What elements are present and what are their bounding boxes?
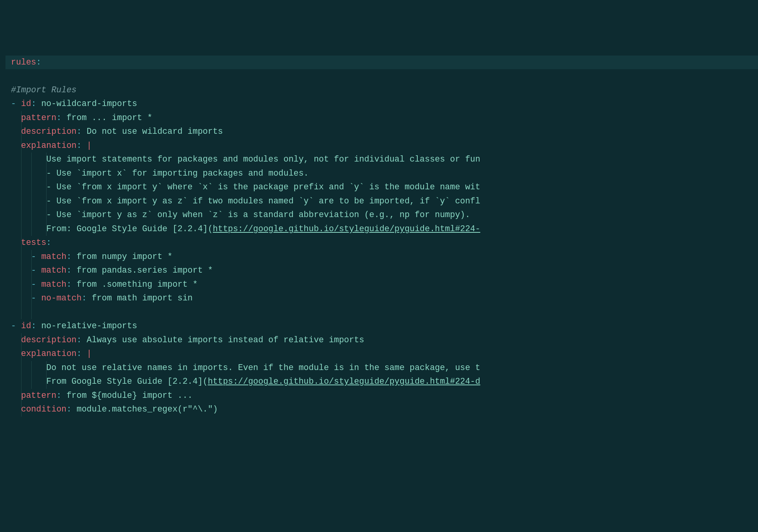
code-token: from pandas.series import * [77, 266, 213, 275]
indent-guide [21, 180, 22, 194]
code-editor[interactable]: rules: #Import Rules- id: no-wildcard-im… [0, 56, 758, 417]
code-line[interactable]: tests: [5, 236, 758, 250]
code-token: : [56, 391, 66, 400]
code-line[interactable]: condition: module.matches_regex(r"^\.") [5, 403, 758, 417]
code-token: - Use `import x` for importing packages … [46, 169, 309, 178]
code-token: - [31, 252, 41, 261]
indent-guide [31, 180, 32, 194]
code-token: pattern [21, 113, 56, 122]
code-line[interactable]: description: Always use absolute imports… [5, 333, 758, 347]
code-token: no-match [41, 293, 81, 303]
code-token: from .something import * [77, 280, 198, 289]
code-token: from numpy import * [77, 252, 172, 261]
code-line[interactable] [5, 306, 758, 320]
indent-guide [21, 361, 22, 375]
code-token: from math import sin [92, 293, 192, 303]
code-token: : [56, 113, 66, 122]
code-token: : [82, 293, 92, 303]
code-line[interactable]: Do not use relative names in imports. Ev… [5, 361, 758, 375]
code-token: - Use `from x import y` where `x` is the… [46, 182, 480, 192]
code-token: : [31, 99, 41, 108]
code-token: match [41, 280, 66, 289]
indent-guide [21, 375, 22, 389]
indent-guide [21, 167, 22, 181]
indent-guide [31, 167, 32, 181]
indent-guide [21, 208, 22, 222]
code-line[interactable]: - Use `from x import y` where `x` is the… [5, 180, 758, 194]
code-line[interactable]: description: Do not use wildcard imports [5, 125, 758, 139]
code-line[interactable]: explanation: | [5, 347, 758, 361]
indent-guide [21, 153, 22, 167]
code-line[interactable]: - Use `import x` for importing packages … [5, 167, 758, 181]
code-token: - [11, 321, 21, 331]
code-token: explanation [21, 349, 77, 358]
code-token: : [36, 58, 41, 67]
code-token: match [41, 266, 66, 275]
code-token: tests [21, 238, 47, 247]
code-token: Do not use relative names in imports. Ev… [46, 363, 480, 372]
code-token: no-wildcard-imports [41, 99, 137, 108]
code-line[interactable]: rules: [5, 56, 758, 70]
code-token: explanation [21, 141, 77, 150]
code-token: : [77, 335, 87, 345]
code-token: id [21, 321, 31, 331]
code-token: no-relative-imports [41, 321, 137, 331]
code-line[interactable]: pattern: from ... import * [5, 111, 758, 125]
code-token: : [31, 321, 41, 331]
code-token: : [77, 141, 87, 150]
indent-guide [31, 194, 32, 208]
code-token: module.matches_regex(r"^\.") [77, 404, 218, 414]
code-line[interactable]: #Import Rules [5, 83, 758, 97]
code-line[interactable]: From: Google Style Guide [2.2.4](https:/… [5, 222, 758, 236]
code-token: - [31, 266, 41, 275]
code-line[interactable]: - match: from numpy import * [5, 250, 758, 264]
code-token: #Import Rules [11, 85, 77, 95]
code-line[interactable]: - no-match: from math import sin [5, 291, 758, 306]
code-token: Do not use wildcard imports [87, 127, 223, 136]
indent-guide [21, 250, 22, 264]
code-token: : [66, 252, 77, 261]
indent-guide [21, 264, 22, 278]
code-line[interactable]: - Use `import y as z` only when `z` is a… [5, 208, 758, 222]
code-token: : [66, 280, 77, 289]
indent-guide [21, 291, 22, 306]
code-token: - Use `from x import y as z` if two modu… [46, 196, 480, 206]
code-token: https://google.github.io/styleguide/pygu… [213, 224, 480, 234]
code-token: - [31, 293, 41, 303]
code-token: description [21, 127, 77, 136]
code-line[interactable]: - match: from .something import * [5, 278, 758, 292]
code-line[interactable]: - match: from pandas.series import * [5, 264, 758, 278]
indent-guide [21, 306, 22, 320]
indent-guide [31, 153, 32, 167]
indent-guide [31, 208, 32, 222]
code-token: Always use absolute imports instead of r… [87, 335, 365, 345]
code-token: rules [11, 58, 36, 67]
code-line[interactable] [5, 69, 758, 83]
code-line[interactable]: - id: no-wildcard-imports [5, 97, 758, 111]
indent-guide [31, 306, 32, 320]
code-line[interactable]: - Use `from x import y as z` if two modu… [5, 194, 758, 208]
code-token: from ${module} import ... [66, 391, 193, 400]
code-line[interactable]: explanation: | [5, 139, 758, 153]
code-token: description [21, 335, 77, 345]
code-token: https://google.github.io/styleguide/pygu… [208, 377, 480, 386]
code-token: From: Google Style Guide [2.2.4]( [46, 224, 213, 234]
indent-guide [31, 222, 32, 236]
code-token: Use import statements for packages and m… [46, 155, 480, 164]
code-line[interactable]: pattern: from ${module} import ... [5, 389, 758, 403]
code-token: id [21, 99, 31, 108]
code-token: pattern [21, 391, 56, 400]
code-line[interactable]: Use import statements for packages and m… [5, 153, 758, 167]
code-token: - Use `import y as z` only when `z` is a… [46, 210, 470, 219]
code-token: condition [21, 404, 66, 414]
indent-guide [21, 278, 22, 292]
code-line[interactable]: - id: no-relative-imports [5, 319, 758, 333]
code-line[interactable]: From Google Style Guide [2.2.4](https://… [5, 375, 758, 389]
indent-guide [21, 194, 22, 208]
code-token: : [77, 127, 87, 136]
code-token: : [66, 266, 77, 275]
code-token: from ... import * [66, 113, 152, 122]
code-token: : [46, 238, 51, 247]
code-token: | [87, 141, 92, 150]
indent-guide [21, 222, 22, 236]
